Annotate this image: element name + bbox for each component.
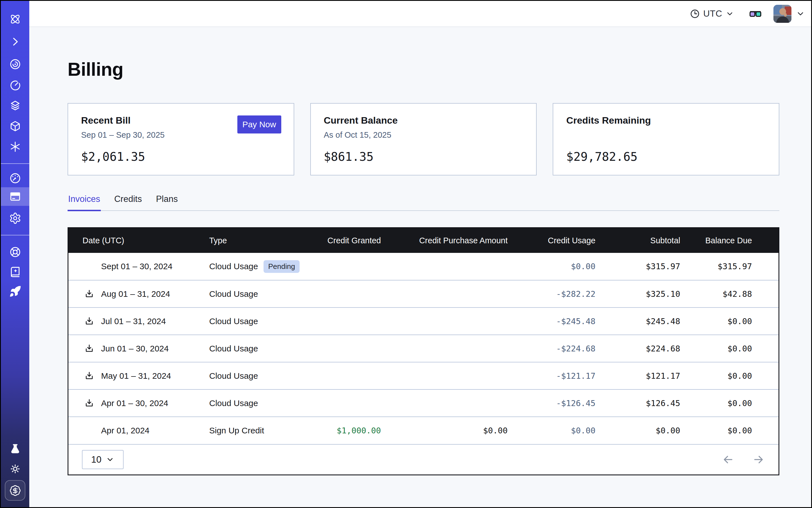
asterisk-icon[interactable] bbox=[1, 138, 29, 156]
cell-subtotal: $245.48 bbox=[598, 307, 683, 335]
page-size-select[interactable]: 10 bbox=[82, 450, 124, 469]
current-balance-card: Current Balance As of Oct 15, 2025 $861.… bbox=[310, 103, 537, 175]
cell-credit-purchase bbox=[384, 280, 510, 307]
table-footer: 10 bbox=[69, 444, 778, 474]
rocket-icon[interactable] bbox=[1, 283, 29, 300]
gear-icon[interactable] bbox=[1, 209, 29, 227]
cell-credit-usage: $0.00 bbox=[510, 417, 598, 444]
gauge-icon[interactable] bbox=[1, 169, 29, 187]
sidebar bbox=[1, 1, 29, 507]
previous-page-icon[interactable] bbox=[722, 453, 735, 466]
table-row: Jun 01 – 30, 2024Cloud Usage-$224.68$224… bbox=[69, 335, 778, 362]
tab-plans[interactable]: Plans bbox=[156, 194, 178, 211]
account-chevron-down-icon[interactable] bbox=[796, 9, 805, 18]
table-header-row: Date (UTC) Type Credit Granted Credit Pu… bbox=[69, 228, 778, 253]
col-credit-purchase: Credit Purchase Amount bbox=[384, 228, 510, 253]
sidebar-divider bbox=[1, 163, 29, 164]
cell-date: Jun 01 – 30, 2024 bbox=[69, 335, 209, 362]
logo-icon[interactable] bbox=[1, 10, 29, 28]
invoice-type: Cloud Usage bbox=[209, 371, 258, 381]
app-window: UTC bbox=[0, 0, 812, 508]
cell-type: Cloud Usage bbox=[209, 335, 310, 362]
cell-subtotal: $121.17 bbox=[598, 362, 683, 389]
download-icon[interactable] bbox=[84, 344, 101, 354]
flask-icon[interactable] bbox=[1, 440, 29, 458]
col-date: Date (UTC) bbox=[69, 228, 209, 253]
col-subtotal: Subtotal bbox=[598, 228, 683, 253]
timezone-selector[interactable]: UTC bbox=[690, 8, 734, 19]
current-balance-amount: $861.35 bbox=[324, 150, 374, 164]
cell-balance-due: $42.88 bbox=[683, 280, 778, 307]
invoice-date: May 01 – 31, 2024 bbox=[101, 371, 171, 381]
cell-balance-due: $0.00 bbox=[683, 389, 778, 417]
cell-credit-purchase bbox=[384, 362, 510, 389]
cell-credit-granted bbox=[310, 389, 384, 417]
page-size-value: 10 bbox=[91, 454, 102, 465]
table-row: Aug 01 – 31, 2024Cloud Usage-$282.22$325… bbox=[69, 280, 778, 307]
cell-balance-due: $0.00 bbox=[683, 362, 778, 389]
upgrade-plan-button[interactable] bbox=[5, 480, 25, 501]
cell-date: Jul 01 – 31, 2024 bbox=[69, 307, 209, 335]
cell-subtotal: $0.00 bbox=[598, 417, 683, 444]
invoice-date: Jul 01 – 31, 2024 bbox=[101, 316, 166, 326]
invoice-date: Sept 01 – 30, 2024 bbox=[101, 262, 173, 271]
table-row: Apr 01 – 30, 2024Cloud Usage-$126.45$126… bbox=[69, 389, 778, 417]
cell-credit-usage: -$121.17 bbox=[510, 362, 598, 389]
download-icon[interactable] bbox=[84, 316, 101, 326]
cell-credit-usage: -$245.48 bbox=[510, 307, 598, 335]
download-icon[interactable] bbox=[84, 398, 101, 408]
cube-icon[interactable] bbox=[1, 117, 29, 135]
pay-now-button[interactable]: Pay Now bbox=[237, 116, 281, 133]
cell-date: Aug 01 – 31, 2024 bbox=[69, 280, 209, 307]
invoice-type: Cloud Usage bbox=[209, 398, 258, 408]
status-badge: Pending bbox=[263, 260, 299, 273]
clock-icon bbox=[690, 9, 700, 19]
cell-credit-purchase bbox=[384, 253, 510, 280]
chevron-right-icon[interactable] bbox=[1, 33, 29, 51]
goggles-icon[interactable] bbox=[749, 7, 762, 20]
credits-remaining-card: Credits Remaining $29,782.65 bbox=[553, 103, 779, 175]
timer-icon[interactable] bbox=[1, 76, 29, 94]
table-row: Sept 01 – 30, 2024Cloud UsagePending$0.0… bbox=[69, 253, 778, 280]
balance-as-of: As of Oct 15, 2025 bbox=[324, 130, 523, 140]
cell-credit-granted bbox=[310, 335, 384, 362]
cell-credit-granted bbox=[310, 253, 384, 280]
billing-tabs: Invoices Credits Plans bbox=[68, 194, 779, 211]
cell-date: Apr 01, 2024 bbox=[69, 417, 209, 444]
billing-card-icon[interactable] bbox=[1, 187, 29, 206]
tab-credits[interactable]: Credits bbox=[114, 194, 142, 211]
col-type: Type bbox=[209, 228, 310, 253]
cell-credit-purchase: $0.00 bbox=[384, 417, 510, 444]
cell-date: Sept 01 – 30, 2024 bbox=[69, 253, 209, 280]
cell-type: Cloud UsagePending bbox=[209, 253, 310, 280]
download-icon[interactable] bbox=[84, 289, 101, 299]
invoice-date: Apr 01 – 30, 2024 bbox=[101, 398, 168, 408]
tab-invoices[interactable]: Invoices bbox=[68, 194, 101, 211]
swirl-icon[interactable] bbox=[1, 55, 29, 73]
cell-credit-usage: -$224.68 bbox=[510, 335, 598, 362]
chevron-down-icon bbox=[726, 9, 734, 18]
layers-icon[interactable] bbox=[1, 96, 29, 115]
avatar[interactable] bbox=[773, 5, 792, 23]
life-ring-icon[interactable] bbox=[1, 243, 29, 261]
cell-balance-due: $315.97 bbox=[683, 253, 778, 280]
next-page-icon[interactable] bbox=[752, 453, 765, 466]
chevron-down-icon bbox=[106, 455, 114, 464]
invoice-type: Cloud Usage bbox=[209, 262, 258, 271]
cell-credit-purchase bbox=[384, 307, 510, 335]
download-icon[interactable] bbox=[84, 371, 101, 381]
sun-icon[interactable] bbox=[1, 460, 29, 478]
sidebar-divider bbox=[1, 235, 29, 236]
cell-credit-usage: -$282.22 bbox=[510, 280, 598, 307]
invoice-type: Cloud Usage bbox=[209, 316, 258, 326]
cell-balance-due: $0.00 bbox=[683, 307, 778, 335]
cell-subtotal: $224.68 bbox=[598, 335, 683, 362]
table-row: Apr 01, 2024Sign Up Credit$1,000.00$0.00… bbox=[69, 417, 778, 444]
invoice-type: Cloud Usage bbox=[209, 344, 258, 353]
book-sparkle-icon[interactable] bbox=[1, 263, 29, 281]
cell-date: May 01 – 31, 2024 bbox=[69, 362, 209, 389]
cell-type: Cloud Usage bbox=[209, 280, 310, 307]
cell-date: Apr 01 – 30, 2024 bbox=[69, 389, 209, 417]
cell-credit-granted: $1,000.00 bbox=[310, 417, 384, 444]
recent-bill-amount: $2,061.35 bbox=[81, 150, 145, 164]
